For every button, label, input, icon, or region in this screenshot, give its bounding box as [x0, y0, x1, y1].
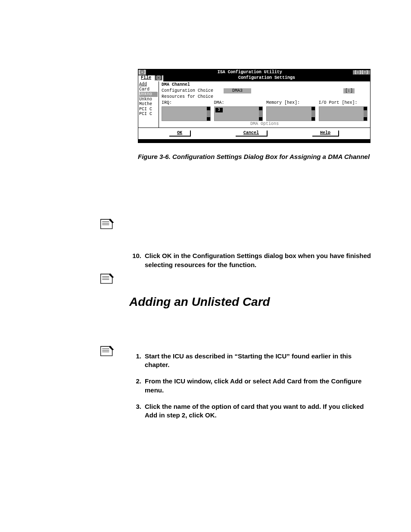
figure-3-6-container: [-] ISA Configuration Utility [↓][↑] Fil…: [138, 69, 377, 161]
dialog-button-row: OK Cancel Help: [138, 128, 370, 139]
sidebar-item[interactable]: Card: [139, 87, 158, 92]
sidebar-item[interactable]: PCI C: [139, 107, 158, 112]
dma-listbox[interactable]: 3: [214, 106, 263, 121]
memory-label: Memory [hex]:: [266, 100, 315, 106]
scroll-down-icon[interactable]: [311, 117, 315, 121]
dma-label: DMA:: [214, 100, 263, 106]
dma-channel-label: DMA Channel: [162, 82, 190, 87]
step-text: Click OK in the Configuration Settings d…: [145, 252, 377, 269]
sidebar-item[interactable]: Unkno: [139, 97, 158, 102]
step-2: 2. From the ICU window, click Add or sel…: [129, 377, 377, 395]
io-port-label: I/O Port [hex]:: [319, 100, 368, 106]
io-port-listbox[interactable]: [319, 106, 368, 121]
scroll-down-icon[interactable]: [207, 117, 210, 121]
sidebar-item-selected[interactable]: Unkno: [139, 92, 158, 97]
step-3: 3. Click the name of the option of card …: [129, 402, 377, 420]
outer-title: ISA Configuration Utility: [147, 70, 353, 75]
outer-minmax[interactable]: [↓][↑]: [353, 70, 370, 75]
main-panel: DMA Channel Configuration Choice DMA3 [↓…: [159, 81, 370, 128]
dma-options-label: DMA Options: [162, 121, 367, 127]
dialog-body: Add Card Unkno Unkno Mothe PCI C PCI C D…: [138, 81, 370, 128]
sidebar-item[interactable]: Mothe: [139, 102, 158, 107]
help-button[interactable]: Help: [312, 131, 339, 137]
scroll-down-icon[interactable]: [364, 117, 367, 121]
sidebar-item[interactable]: PCI C: [139, 112, 158, 117]
scroll-up-icon[interactable]: [311, 107, 315, 110]
step-number: 2.: [129, 377, 141, 395]
note-icon: [99, 272, 115, 287]
scroll-up-icon[interactable]: [364, 107, 367, 110]
section-heading-adding-unlisted-card: Adding an Unlisted Card: [129, 295, 377, 309]
step-10: 10. Click OK in the Configuration Settin…: [129, 252, 377, 269]
scroll-down-icon[interactable]: [259, 117, 262, 121]
resources-for-choice-label: Resources for Choice: [162, 94, 213, 100]
memory-listbox[interactable]: [266, 106, 315, 121]
irq-listbox[interactable]: [162, 106, 211, 121]
config-choice-dropdown-icon[interactable]: [↓]: [343, 88, 355, 93]
figure-caption: Figure 3-6. Configuration Settings Dialo…: [138, 152, 371, 161]
step-text: Click the name of the option of card tha…: [145, 402, 377, 420]
outer-titlebar: [-] ISA Configuration Utility [↓][↑]: [138, 69, 370, 75]
config-settings-dialog: [-] ISA Configuration Utility [↓][↑] Fil…: [138, 69, 371, 143]
note-icon: [99, 218, 115, 232]
step-1: 1. Start the ICU as described in “Starti…: [129, 352, 377, 370]
inner-close-box[interactable]: [-]: [155, 75, 162, 81]
menu-file[interactable]: File: [138, 75, 154, 81]
ok-button[interactable]: OK: [169, 131, 191, 137]
inner-title: Configuration Settings: [163, 75, 370, 81]
cancel-button[interactable]: Cancel: [236, 131, 268, 137]
scroll-up-icon[interactable]: [207, 107, 210, 110]
sidebar-item[interactable]: Add: [139, 82, 158, 87]
irq-label: IRQ:: [162, 100, 211, 106]
config-choice-value[interactable]: DMA3: [224, 88, 251, 93]
config-choice-label: Configuration Choice: [162, 88, 222, 93]
card-list-sidebar[interactable]: Add Card Unkno Unkno Mothe PCI C PCI C: [138, 81, 159, 128]
menubar: File [-] Configuration Settings: [138, 75, 370, 81]
outer-close-box[interactable]: [-]: [138, 70, 146, 75]
step-text: Start the ICU as described in “Starting …: [145, 352, 377, 370]
step-number: 1.: [129, 352, 141, 370]
step-text: From the ICU window, click Add or select…: [145, 377, 377, 395]
step-number: 3.: [129, 402, 141, 420]
step-number: 10.: [129, 252, 141, 269]
scroll-up-icon[interactable]: [259, 107, 262, 110]
note-icon: [99, 345, 115, 359]
